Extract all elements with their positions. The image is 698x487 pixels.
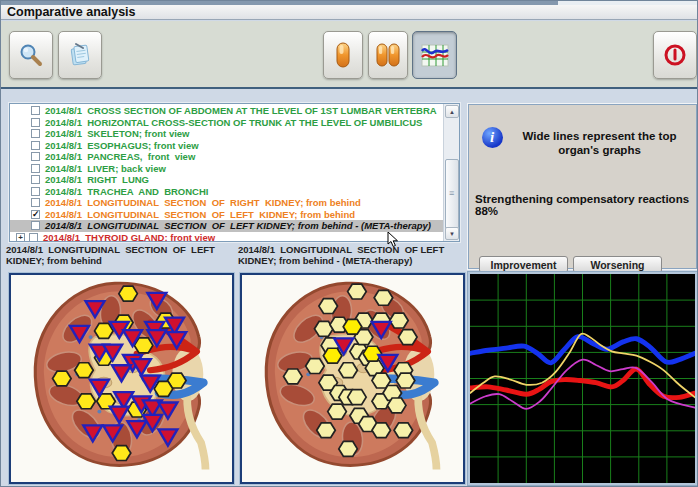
hexagon-marker [53, 371, 72, 386]
comparative-analysis-window: Comparative analysis [0, 0, 698, 487]
organ-label: 2014/8/1 HORIZONTAL CROSS-SECTION OF TRU… [45, 117, 422, 129]
info-icon: i [475, 127, 509, 157]
organ-label: 2014/8/1 PANCREAS, front view [45, 151, 195, 163]
hexagon-marker [77, 394, 96, 409]
single-organ-view-button[interactable] [323, 31, 363, 79]
notes-button[interactable] [58, 31, 102, 79]
kidney-image-before[interactable] [9, 273, 234, 484]
kidney-illustration-before [11, 275, 232, 482]
organ-checkbox[interactable] [31, 141, 40, 150]
organ-checkbox[interactable] [31, 221, 40, 230]
hexagon-marker [75, 363, 94, 378]
pale-hexagon-marker [328, 404, 347, 419]
pale-hexagon-marker [339, 363, 358, 378]
comparison-graph [470, 274, 695, 483]
organ-row[interactable]: 2014/8/1 LONGITUDINAL SECTION OF LEFT KI… [10, 209, 443, 221]
organ-label: 2014/8/1 LIVER; back view [45, 163, 166, 175]
scrollbar-thumb[interactable] [445, 159, 459, 229]
organ-checkbox[interactable] [31, 198, 40, 207]
pale-hexagon-marker [348, 390, 367, 405]
caption-before: 2014/8/1 LONGITUDINAL SECTION OF LEFT KI… [6, 244, 232, 266]
organ-checkbox[interactable] [31, 118, 40, 127]
toolbar [1, 21, 698, 89]
compare-organs-view-button[interactable] [368, 31, 408, 79]
organ-label: 2014/8/1 TRACHEA AND BRONCHI [45, 186, 208, 198]
organ-row[interactable]: 2014/8/1 RIGHT LUNG [10, 174, 443, 186]
titlebar: Comparative analysis [1, 5, 698, 20]
organ-list-rows: 2014/8/1 CROSS SECTION OF ABDOMEN AT THE… [10, 105, 443, 242]
expander-icon[interactable]: + [16, 233, 25, 242]
window-title: Comparative analysis [7, 5, 136, 19]
caption-after: 2014/8/1 LONGITUDINAL SECTION OF LEFT KI… [238, 244, 464, 266]
organ-label: 2014/8/1 SKELETON; front view [45, 128, 189, 140]
organ-row[interactable]: +2014/8/1 THYROID GLAND; front view [10, 232, 443, 243]
organ-row[interactable]: 2014/8/1 TRACHEA AND BRONCHI [10, 186, 443, 198]
organ-list[interactable]: 2014/8/1 CROSS SECTION OF ABDOMEN AT THE… [9, 103, 460, 242]
single-pill-icon [332, 41, 354, 69]
compensatory-status: Strengthening compensatory reactions 88% [475, 193, 691, 217]
pale-hexagon-marker [306, 359, 325, 374]
organ-label: 2014/8/1 LONGITUDINAL SECTION OF LEFT KI… [45, 209, 355, 221]
organ-checkbox[interactable] [31, 152, 40, 161]
organ-label: 2014/8/1 LONGITUDINAL SECTION OF LEFT KI… [45, 220, 431, 232]
pale-hexagon-marker [319, 299, 338, 314]
pale-hexagon-marker [317, 423, 336, 438]
chart-icon [420, 41, 450, 69]
double-pill-icon [375, 41, 401, 69]
pale-hexagon-marker [398, 330, 417, 345]
organ-checkbox[interactable] [31, 187, 40, 196]
pale-hexagon-marker [339, 441, 358, 456]
hexagon-marker [119, 286, 138, 301]
bright-hexagon-marker [343, 319, 362, 334]
search-button[interactable] [9, 31, 53, 79]
organ-row[interactable]: 2014/8/1 LONGITUDINAL SECTION OF RIGHT K… [10, 197, 443, 209]
hexagon-marker [95, 323, 114, 338]
organ-row[interactable]: 2014/8/1 CROSS SECTION OF ABDOMEN AT THE… [10, 105, 443, 117]
scroll-up-button[interactable]: ▲ [445, 105, 459, 118]
kidney-illustration-after [242, 275, 463, 482]
organ-list-scrollbar[interactable]: ▲ ▼ [443, 104, 459, 241]
organ-checkbox[interactable] [29, 233, 38, 242]
hexagon-marker [154, 381, 173, 396]
improvement-button[interactable]: Improvement [479, 256, 568, 273]
graphs-view-button[interactable] [412, 31, 457, 79]
organ-label: 2014/8/1 ESOPHAGUS; front view [45, 140, 199, 152]
organ-row[interactable]: 2014/8/1 ESOPHAGUS; front view [10, 140, 443, 152]
organ-checkbox[interactable] [31, 164, 40, 173]
exit-button[interactable] [653, 31, 697, 79]
organ-checkbox[interactable] [31, 129, 40, 138]
organ-label: 2014/8/1 RIGHT LUNG [45, 174, 149, 186]
organ-label: 2014/8/1 LONGITUDINAL SECTION OF RIGHT K… [45, 197, 361, 209]
hexagon-marker [112, 446, 131, 461]
pale-hexagon-marker [394, 423, 413, 438]
power-icon [662, 42, 688, 68]
kidney-image-after[interactable] [240, 273, 465, 484]
magnifier-icon [18, 42, 44, 68]
bright-hexagon-marker [323, 348, 342, 363]
organ-checkbox[interactable] [31, 175, 40, 184]
pale-hexagon-marker [372, 423, 391, 438]
info-message-row: i Wide lines represent the top organ's g… [475, 127, 690, 157]
pale-hexagon-marker [374, 290, 393, 305]
organ-label: 2014/8/1 CROSS SECTION OF ABDOMEN AT THE… [45, 105, 437, 117]
bright-hexagon-marker [363, 346, 382, 361]
organ-row[interactable]: 2014/8/1 LIVER; back view [10, 163, 443, 175]
pale-hexagon-marker [348, 284, 367, 299]
worsening-button[interactable]: Worsening [573, 256, 662, 273]
organ-checkbox[interactable] [31, 210, 40, 219]
organ-row[interactable]: 2014/8/1 LONGITUDINAL SECTION OF LEFT KI… [10, 220, 443, 232]
pale-hexagon-marker [284, 369, 303, 384]
scroll-down-button[interactable]: ▼ [445, 227, 459, 240]
organ-label: 2014/8/1 THYROID GLAND; front view [43, 232, 215, 243]
organ-checkbox[interactable] [31, 106, 40, 115]
organ-row[interactable]: 2014/8/1 SKELETON; front view [10, 128, 443, 140]
organ-row[interactable]: 2014/8/1 PANCREAS, front view [10, 151, 443, 163]
pale-hexagon-marker [396, 373, 415, 388]
notes-icon [67, 42, 93, 68]
info-message: Wide lines represent the top organ's gra… [509, 127, 690, 157]
pale-hexagon-marker [390, 313, 409, 328]
organ-row[interactable]: 2014/8/1 HORIZONTAL CROSS-SECTION OF TRU… [10, 117, 443, 129]
pale-hexagon-marker [387, 398, 406, 413]
comparison-graph-panel[interactable] [468, 272, 697, 485]
info-panel: i Wide lines represent the top organ's g… [468, 104, 697, 269]
